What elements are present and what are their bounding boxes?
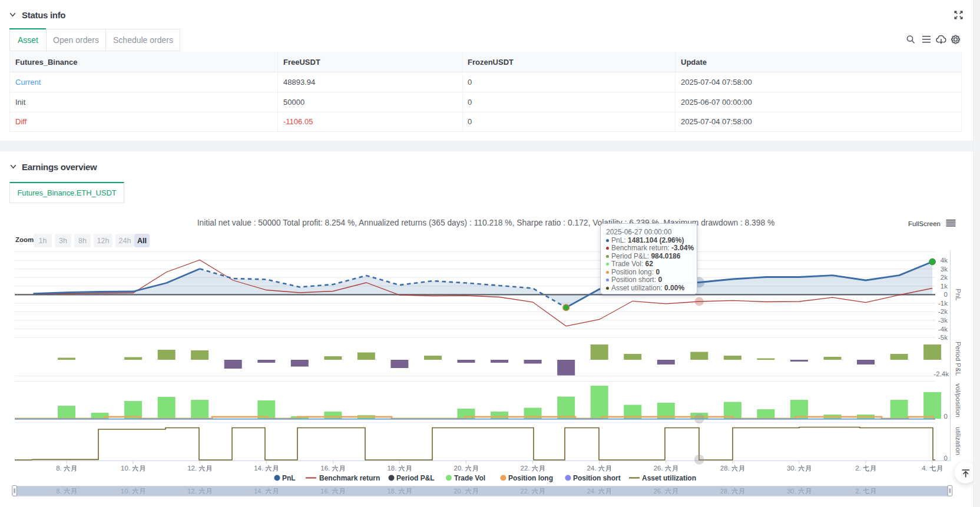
svg-text:14.: 14. xyxy=(254,488,263,495)
svg-text:18.: 18. xyxy=(387,465,396,472)
svg-text:PnL: PnL xyxy=(955,289,962,301)
svg-text:0: 0 xyxy=(944,413,948,420)
svg-text:-2k: -2k xyxy=(938,308,948,315)
svg-text:-5k: -5k xyxy=(938,334,948,341)
svg-text:4k: 4k xyxy=(941,257,948,264)
svg-text:8.: 8. xyxy=(56,488,61,495)
svg-text:14.: 14. xyxy=(254,465,263,472)
svg-text:30.: 30. xyxy=(787,488,796,495)
svg-text:30.: 30. xyxy=(787,465,796,472)
svg-text:3k: 3k xyxy=(941,266,948,273)
svg-text:22.: 22. xyxy=(521,488,529,495)
svg-text:16.: 16. xyxy=(320,488,329,495)
svg-text:Position long: Position long xyxy=(508,474,553,482)
svg-text:utilization: utilization xyxy=(955,427,962,455)
svg-text:18.: 18. xyxy=(387,488,396,495)
svg-text:-3k: -3k xyxy=(938,317,948,324)
svg-text:2.: 2. xyxy=(855,488,860,495)
svg-text:Period P&L: Period P&L xyxy=(396,474,435,482)
svg-text:1k: 1k xyxy=(941,283,948,290)
svg-text:28.: 28. xyxy=(720,465,730,472)
svg-text:12.: 12. xyxy=(187,488,196,495)
svg-text:16.: 16. xyxy=(320,465,330,472)
svg-text:20.: 20. xyxy=(454,465,463,472)
svg-text:0: 0 xyxy=(944,455,948,462)
svg-text:28.: 28. xyxy=(720,488,729,495)
svg-text:0: 0 xyxy=(944,291,948,298)
svg-text:4.: 4. xyxy=(922,465,928,472)
svg-text:Asset utilization: Asset utilization xyxy=(642,474,696,482)
svg-text:10.: 10. xyxy=(121,488,130,495)
svg-text:-4k: -4k xyxy=(938,326,948,333)
svg-text:-1k: -1k xyxy=(938,300,948,307)
svg-text:Trade Vol: Trade Vol xyxy=(454,474,485,482)
svg-text:10.: 10. xyxy=(121,465,130,472)
svg-text:2.: 2. xyxy=(855,465,861,472)
svg-text:12.: 12. xyxy=(187,465,197,472)
svg-text:Period P&L: Period P&L xyxy=(955,342,962,376)
svg-text:22.: 22. xyxy=(521,465,530,472)
svg-text:20.: 20. xyxy=(454,488,463,495)
svg-text:26.: 26. xyxy=(654,465,663,472)
svg-text:vol/position: vol/position xyxy=(955,383,962,417)
svg-text:-2.4k: -2.4k xyxy=(933,370,949,377)
svg-text:Position short: Position short xyxy=(573,474,621,482)
svg-text:24.: 24. xyxy=(587,488,596,495)
svg-text:8.: 8. xyxy=(56,465,62,472)
svg-text:Benchmark return: Benchmark return xyxy=(319,474,380,482)
svg-text:2k: 2k xyxy=(941,274,948,281)
svg-text:PnL: PnL xyxy=(282,474,296,482)
svg-text:26.: 26. xyxy=(654,488,663,495)
svg-text:24.: 24. xyxy=(587,465,597,472)
